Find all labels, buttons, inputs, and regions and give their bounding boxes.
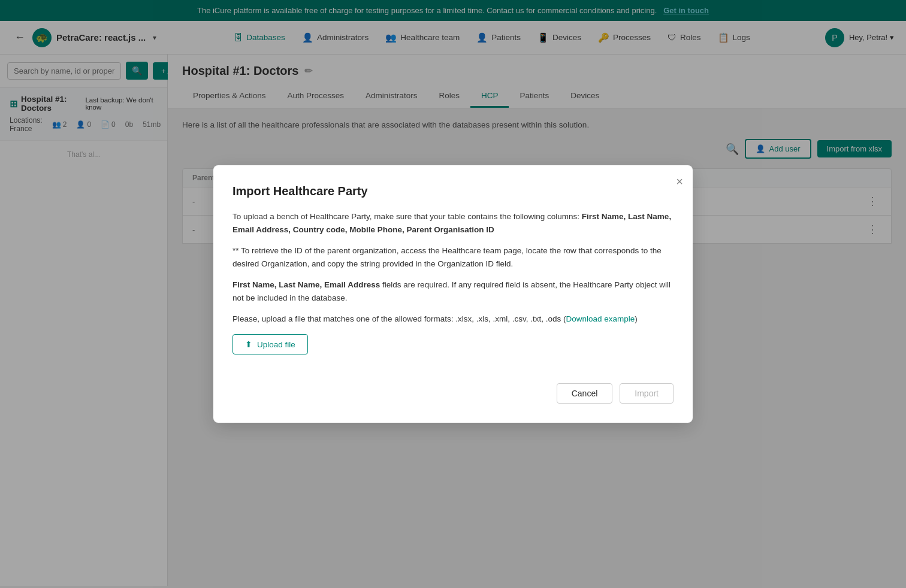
modal-close-button[interactable]: ×	[676, 175, 683, 189]
import-modal: × Import Healthcare Party To upload a be…	[213, 165, 693, 423]
modal-footer: Cancel Import	[232, 383, 674, 404]
modal-body: To upload a bench of Healthcare Party, m…	[232, 210, 674, 359]
modal-paragraph-2: ** To retrieve the ID of the parent orga…	[232, 244, 674, 270]
modal-paragraph-3: First Name, Last Name, Email Address fie…	[232, 278, 674, 304]
cancel-button[interactable]: Cancel	[557, 383, 613, 404]
modal-overlay[interactable]: × Import Healthcare Party To upload a be…	[0, 0, 906, 586]
modal-paragraph-4: Please, upload a file that matches one o…	[232, 313, 674, 326]
import-button[interactable]: Import	[620, 383, 674, 404]
upload-file-button[interactable]: ⬆ Upload file	[232, 334, 308, 354]
modal-title: Import Healthcare Party	[232, 184, 674, 198]
upload-icon: ⬆	[245, 340, 252, 349]
modal-paragraph-1: To upload a bench of Healthcare Party, m…	[232, 210, 674, 236]
download-example-link[interactable]: Download example	[566, 314, 635, 323]
